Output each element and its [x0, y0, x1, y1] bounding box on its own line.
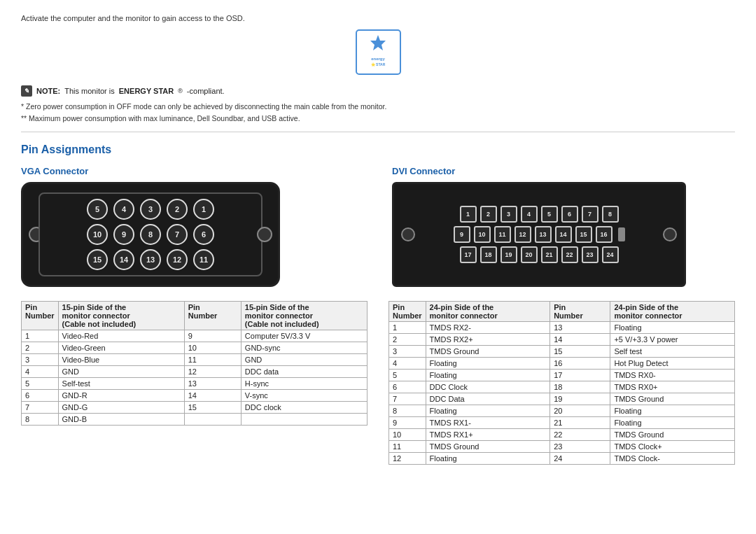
dvi-pin-label-left: TMDS Ground: [426, 440, 550, 452]
vga-pin-label-right: [241, 413, 367, 425]
dvi-pin-num-right: 22: [550, 428, 610, 440]
dvi-left-circle: [401, 227, 415, 241]
dvi-pin-num-right: 20: [550, 405, 610, 416]
dvi-row-1: 1 2 3 4 5 6 7 8: [460, 206, 619, 223]
svg-text:⭐ STAR: ⭐ STAR: [370, 62, 385, 67]
note-reg: ®: [178, 87, 183, 94]
dvi-table-row: 10 TMDS RX1+ 22 TMDS Ground: [389, 428, 735, 440]
dvi-pin-15: 15: [575, 226, 592, 243]
vga-pin-5: 5: [87, 199, 108, 220]
vga-pin-14: 14: [113, 249, 134, 270]
dvi-pin-22: 22: [561, 246, 578, 263]
dvi-pin-label-right: TMDS RX0-: [610, 369, 735, 381]
vga-table-row: 8 GND-B: [22, 413, 368, 425]
vga-pin-label-left: Video-Green: [58, 342, 184, 353]
vga-pin-3: 3: [140, 199, 161, 220]
dvi-pin-19: 19: [500, 246, 517, 263]
vga-pin-label-right: GND-sync: [241, 342, 367, 353]
dvi-pin-num-left: 3: [389, 345, 426, 357]
note-line: ✎ NOTE: This monitor is ENERGY STAR® -co…: [21, 85, 735, 97]
vga-pin-1: 1: [193, 199, 214, 220]
dvi-pin-23: 23: [582, 246, 598, 263]
dvi-row-2: 9 10 11 12 13 14 15 16: [454, 226, 625, 243]
dvi-pin-9: 9: [454, 226, 470, 243]
vga-pin-12: 12: [167, 249, 188, 270]
dvi-diagram: 1 2 3 4 5 6 7 8 9 10 11 12 13 14: [392, 182, 686, 287]
dvi-pin-num-left: 4: [389, 357, 426, 369]
vga-diagram: 5 4 3 2 1 10 9 8 7 6 15 14: [21, 182, 280, 287]
vga-table: PinNumber 15-pin Side of themonitor conn…: [21, 301, 368, 426]
dvi-pin-label-right: Floating: [610, 416, 735, 428]
dvi-pin-num-left: 1: [389, 321, 426, 333]
dvi-pin-label-left: TMDS Ground: [426, 345, 550, 357]
dvi-table-row: 3 TMDS Ground 15 Self test: [389, 345, 735, 357]
vga-pin-label-right: DDC data: [241, 365, 367, 377]
dvi-th-side2: 24-pin Side of themonitor connector: [610, 301, 735, 321]
dvi-table-row: 5 Floating 17 TMDS RX0-: [389, 369, 735, 381]
dvi-pin-label-left: TMDS RX1-: [426, 416, 550, 428]
footnotes: * Zero power consumption in OFF mode can…: [21, 101, 735, 125]
vga-pin-11: 11: [193, 249, 214, 270]
dvi-table: PinNumber 24-pin Side of themonitor conn…: [388, 301, 735, 465]
vga-pin-label-left: Self-test: [58, 377, 184, 389]
tables-row: PinNumber 15-pin Side of themonitor conn…: [21, 301, 735, 465]
dvi-pin-label-right: TMDS Clock-: [610, 452, 735, 464]
vga-pin-label-left: Video-Blue: [58, 353, 184, 365]
dvi-pin-label-left: Floating: [426, 452, 550, 464]
vga-pin-label-left: GND-B: [58, 413, 184, 425]
vga-row-1: 5 4 3 2 1: [87, 199, 214, 220]
dvi-th-pin2: PinNumber: [550, 301, 610, 321]
vga-pin-9: 9: [113, 224, 134, 245]
dvi-pin-num-right: 15: [550, 345, 610, 357]
dvi-pin-num-right: 18: [550, 381, 610, 393]
dvi-pin-10: 10: [474, 226, 491, 243]
vga-row-2: 10 9 8 7 6: [87, 224, 214, 245]
vga-th-side2: 15-pin Side of themonitor connector(Cabl…: [241, 301, 367, 330]
dvi-pin-1: 1: [460, 206, 477, 223]
dvi-pin-num-right: 14: [550, 333, 610, 345]
vga-pin-2: 2: [167, 199, 188, 220]
dvi-inner: 1 2 3 4 5 6 7 8 9 10 11 12 13 14: [419, 190, 659, 278]
vga-pin-7: 7: [167, 224, 188, 245]
note-icon: ✎: [21, 85, 32, 97]
vga-table-wrap: PinNumber 15-pin Side of themonitor conn…: [21, 301, 368, 426]
dvi-table-row: 8 Floating 20 Floating: [389, 405, 735, 416]
dvi-pin-2: 2: [480, 206, 497, 223]
dvi-pin-16: 16: [596, 226, 612, 243]
vga-pin-4: 4: [113, 199, 134, 220]
dvi-pin-label-left: DDC Data: [426, 393, 550, 405]
dvi-pin-num-left: 10: [389, 428, 426, 440]
dvi-pin-11: 11: [494, 226, 511, 243]
vga-pin-label-right: Computer 5V/3.3 V: [241, 330, 367, 342]
dvi-pin-label-left: Floating: [426, 405, 550, 416]
dvi-pin-num-left: 11: [389, 440, 426, 452]
dvi-pin-label-right: TMDS Ground: [610, 428, 735, 440]
vga-th-side1: 15-pin Side of themonitor connector(Cabl…: [58, 301, 184, 330]
vga-pin-num-left: 1: [22, 330, 59, 342]
vga-pin-num-left: 3: [22, 353, 59, 365]
dvi-table-row: 7 DDC Data 19 TMDS Ground: [389, 393, 735, 405]
dvi-pin-21: 21: [541, 246, 558, 263]
dvi-pin-18: 18: [480, 246, 497, 263]
vga-table-row: 7 GND-G 15 DDC clock: [22, 401, 368, 413]
connectors-row: VGA Connector 5 4 3 2 1 10 9 8 7 6: [21, 166, 735, 287]
dvi-pin-label-left: TMDS RX2+: [426, 333, 550, 345]
dvi-th-pin1: PinNumber: [389, 301, 426, 321]
vga-pin-label-left: GND: [58, 365, 184, 377]
vga-pin-num-left: 8: [22, 413, 59, 425]
dvi-pin-num-left: 6: [389, 381, 426, 393]
vga-table-row: 5 Self-test 13 H-sync: [22, 377, 368, 389]
dvi-table-row: 6 DDC Clock 18 TMDS RX0+: [389, 381, 735, 393]
section-divider: [21, 132, 735, 132]
vga-pin-label-left: Video-Red: [58, 330, 184, 342]
dvi-pin-label-right: Hot Plug Detect: [610, 357, 735, 369]
vga-table-row: 6 GND-R 14 V-sync: [22, 389, 368, 401]
vga-title: VGA Connector: [21, 166, 364, 176]
vga-pin-num-left: 5: [22, 377, 59, 389]
dvi-pin-label-right: TMDS RX0+: [610, 381, 735, 393]
dvi-th-side1: 24-pin Side of themonitor connector: [426, 301, 550, 321]
dvi-pin-num-right: 24: [550, 452, 610, 464]
dvi-pin-6: 6: [561, 206, 578, 223]
svg-text:energy: energy: [371, 57, 385, 61]
note-brand: ENERGY STAR: [119, 87, 174, 95]
